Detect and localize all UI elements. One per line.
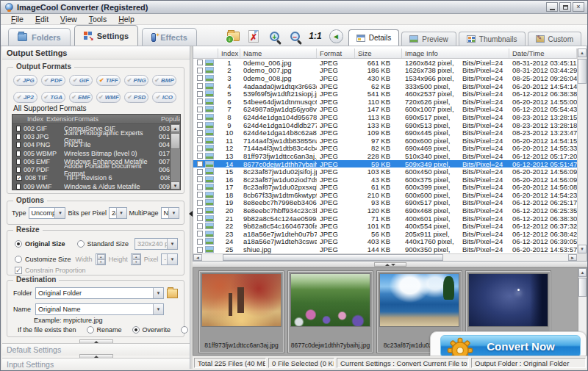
width-stepper[interactable]: -▲▼	[96, 253, 106, 265]
column-header-extension[interactable]: Extension	[46, 115, 74, 123]
row-checkbox[interactable]	[197, 83, 203, 89]
row-checkbox[interactable]	[197, 184, 203, 190]
format-row[interactable]: 004PNGPNG File004	[12, 141, 170, 149]
scroll-down-icon[interactable]: ▼	[578, 245, 587, 253]
title-bar[interactable]: ImageCool Converter (Registered) ×	[1, 1, 587, 14]
file-row[interactable]: 117144a4f3jw1dtb83855naj.jpgJPEG97 KB600…	[193, 137, 577, 145]
format-button-png[interactable]: ✔PNG	[124, 75, 148, 86]
format-row[interactable]: 003JPGJoint Photographic Experts Group00…	[12, 132, 170, 140]
file-list-hscrollbar[interactable]: ◄ ►	[193, 253, 577, 261]
destination-name-select[interactable]: Original Name▼	[35, 303, 164, 315]
close-button[interactable]: ×	[573, 2, 584, 12]
column-header-Image Info[interactable]: Image Info	[402, 48, 509, 58]
row-checkbox[interactable]	[197, 223, 203, 229]
file-row[interactable]: 168c23af87jw1du02iod7dsj.jpgJPEG43 KB600…	[193, 176, 577, 184]
exists-overwrite-radio[interactable]	[132, 326, 140, 334]
type-select[interactable]: Uncompressed RGB▼	[29, 207, 66, 219]
row-checkbox[interactable]	[197, 68, 203, 73]
file-row[interactable]: 127144a4f3jw1dtb83c4cb4j.jpgJPEG82 KB690…	[193, 145, 577, 153]
file-row[interactable]: 44adaada0jw1dtqx3r663dj.jpgJPEG62 KB333x…	[193, 82, 577, 90]
tab-custom[interactable]: Custom	[528, 32, 581, 46]
standard-size-radio[interactable]	[77, 240, 85, 248]
input-settings-header[interactable]: Input Settings	[2, 358, 190, 370]
file-row[interactable]: 198e8eebc7h7998eb340619&69...JPEG93 KB69…	[193, 199, 577, 207]
format-button-jp2[interactable]: ✔JP2	[13, 92, 37, 103]
file-row[interactable]: 178c23af87jw1du02pxsxqbj.jpgJPEG61 KB600…	[193, 184, 577, 192]
row-checkbox[interactable]	[197, 200, 203, 206]
row-checkbox[interactable]	[197, 231, 203, 237]
scroll-left-icon[interactable]: ◄	[193, 254, 202, 261]
customize-size-radio[interactable]	[15, 256, 22, 263]
format-row[interactable]: 005WBMPWireless Bitmap (level 0)017	[12, 149, 170, 157]
splitter-grip[interactable]	[374, 262, 406, 267]
file-row[interactable]: 188cb67f33jw1dtm6kwtyp9j.jpgJPEG210 KB60…	[193, 191, 577, 199]
file-row[interactable]: 208e8eebc7hbff934c23c3b&690...JPEG120 KB…	[193, 206, 577, 215]
scroll-up-icon[interactable]: ▲	[578, 268, 587, 277]
original-size-radio[interactable]	[15, 240, 22, 248]
previous-image-button[interactable]: ◄	[328, 28, 344, 44]
row-checkbox[interactable]	[197, 153, 203, 159]
tab-settings[interactable]: Settings	[74, 25, 138, 46]
tab-effects[interactable]: Effects	[142, 28, 197, 46]
menu-help[interactable]: Help	[112, 15, 140, 24]
column-header-Index[interactable]: Index	[218, 48, 240, 58]
row-checkbox[interactable]	[197, 98, 203, 104]
scroll-up-icon[interactable]: ▲	[578, 48, 587, 57]
standard-size-select[interactable]: 320x240 pixel▼	[135, 238, 178, 250]
file-row[interactable]: 20demo_007.jpgJPEG186 KB1626x738 pixel,B…	[193, 67, 577, 75]
format-button-gif[interactable]: ✔GIF	[69, 75, 93, 86]
tab-thumbnails[interactable]: Thumbnails	[459, 32, 526, 46]
constrain-proportion-checkbox[interactable]: ✓	[15, 267, 22, 274]
format-button-pdf[interactable]: ✔PDF	[41, 75, 65, 86]
file-row[interactable]: 10demo_006.jpgJPEG661 KB1260x842 pixel,B…	[193, 59, 577, 67]
actual-size-button[interactable]: 1:1	[307, 28, 323, 44]
row-checkbox[interactable]	[197, 107, 203, 112]
row-checkbox[interactable]	[197, 169, 203, 175]
row-checkbox[interactable]	[197, 130, 203, 136]
row-checkbox[interactable]	[197, 247, 203, 253]
file-row[interactable]: 10624d4e1dga14b8c62a8b0&69...JPEG109 KB6…	[193, 129, 577, 137]
tab-details[interactable]: Details	[348, 29, 400, 46]
scroll-down-icon[interactable]: ▼	[171, 181, 180, 190]
column-header-select[interactable]	[193, 48, 218, 58]
format-button-tiff[interactable]: ✔TIFF	[96, 75, 121, 86]
scroll-up-icon[interactable]: ▲	[171, 124, 180, 132]
format-button-bmp[interactable]: ✔BMP	[152, 75, 176, 86]
file-row[interactable]: 219b82a8c54c124ae0599ae&96...JPEG71 KB40…	[193, 215, 577, 223]
file-row[interactable]: 5539f69f5jw1dtft21siopj.jpgJPEG541 KB460…	[193, 90, 577, 98]
row-checkbox[interactable]	[197, 60, 203, 65]
format-row[interactable]: 009WMFWindows & Aldus Metafile009	[12, 182, 170, 190]
minimize-button[interactable]	[546, 2, 558, 12]
row-checkbox[interactable]	[197, 122, 203, 128]
scroll-right-icon[interactable]: ►	[568, 254, 577, 261]
format-button-emf[interactable]: ✔EMF	[69, 92, 93, 103]
column-header-Size[interactable]: Size	[355, 48, 402, 58]
zoom-out-button[interactable]: −	[287, 28, 303, 44]
format-row[interactable]: ✓008TIFTIFF Revision 6008	[12, 174, 170, 182]
remove-file-button[interactable]	[245, 28, 262, 44]
file-row[interactable]: 158c23af87jw1du02jsifoj.jpgJPEG103 KB600…	[193, 168, 577, 176]
maximize-button[interactable]	[559, 2, 571, 12]
column-header-Name[interactable]: Name	[240, 48, 317, 58]
thumbnail-item[interactable]: 8677c0dejw1dthh7ybaihj.jpg	[287, 270, 373, 353]
scroll-thumb[interactable]	[223, 254, 443, 261]
row-checkbox[interactable]	[197, 176, 203, 182]
file-row[interactable]: 9624d4e1dga104dldb2775&69...JPEG133 KB69…	[193, 121, 577, 129]
file-row[interactable]: 25shiue.jpgJPEG144 KB900x350 pixel,Bits/…	[193, 245, 577, 253]
height-stepper[interactable]: -▲▼	[131, 253, 141, 265]
row-checkbox[interactable]	[197, 145, 203, 151]
formats-table-scrollbar[interactable]: ▲ ▼	[170, 124, 180, 190]
thumbnail-item[interactable]: 81ff973fjw1dttcc6an3aj.jpg	[198, 270, 284, 353]
column-header-formats[interactable]: Formats	[74, 115, 161, 123]
file-row[interactable]: 1381ff973fjw1dttcc6an3aj.jpgJPEG228 KB51…	[193, 152, 577, 160]
scroll-thumb[interactable]	[171, 133, 180, 149]
destination-folder-select[interactable]: Original Folder▼	[35, 287, 164, 299]
bits-per-pixel-select[interactable]: 24▼	[109, 207, 127, 219]
file-row[interactable]: 148677c0dejw1dthh7ybaihj.jpgJPEG59 KB509…	[193, 160, 577, 168]
column-header-popularity[interactable]: Popularity	[161, 115, 180, 123]
column-header-Date/Time[interactable]: Date/Time	[509, 48, 577, 58]
file-row[interactable]: 229b82a8c54c16046730fa1&96...JPEG101 KB4…	[193, 222, 577, 230]
menu-file[interactable]: File	[5, 15, 29, 24]
row-checkbox[interactable]	[197, 161, 203, 167]
file-row[interactable]: 24a18a56e7jw1dteh3cswagj.jpgJPEG403 KB44…	[193, 238, 577, 246]
